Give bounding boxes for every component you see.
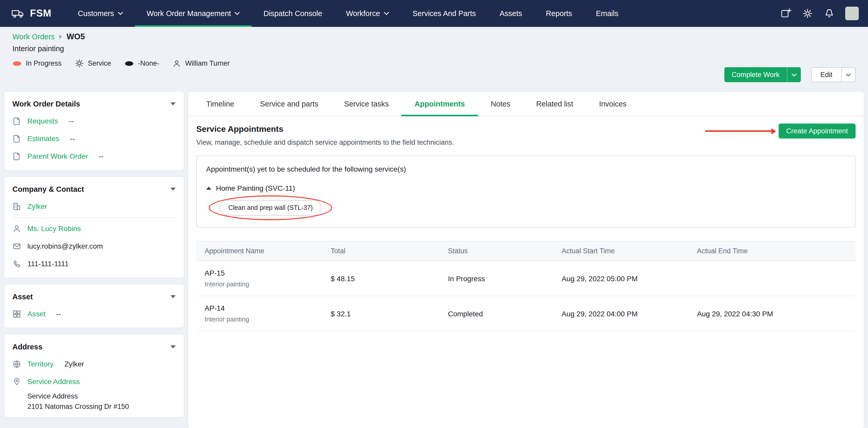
sidebar-item-territory: Territory Zylker bbox=[12, 355, 176, 373]
sidebar-item-email: lucy.robins@zylker.com bbox=[12, 237, 176, 255]
collapse-chevron-icon[interactable] bbox=[170, 295, 176, 298]
nav-item-dispatch-console[interactable]: Dispatch Console bbox=[252, 0, 334, 27]
col-status: Status bbox=[440, 241, 553, 261]
divider bbox=[12, 217, 176, 218]
tab-timeline[interactable]: Timeline bbox=[193, 91, 247, 116]
status-ellipse-icon bbox=[12, 61, 22, 66]
card-asset: Asset Asset -- bbox=[4, 284, 184, 328]
asset-link[interactable]: Asset bbox=[27, 310, 45, 318]
create-appointment-button[interactable]: Create Appointment bbox=[778, 124, 856, 139]
nav-item-customers[interactable]: Customers bbox=[66, 0, 134, 27]
edit-split-button: Edit bbox=[811, 67, 856, 82]
service-icon bbox=[75, 59, 84, 68]
parent-work-order-value: -- bbox=[99, 152, 103, 160]
bell-icon[interactable] bbox=[824, 8, 835, 19]
service-address-link[interactable]: Service Address bbox=[27, 377, 80, 386]
sidebar-item-phone: 111-111-1111 bbox=[12, 255, 176, 272]
col-actual-start-time: Actual Start Time bbox=[553, 241, 689, 261]
tab-invoices[interactable]: Invoices bbox=[586, 91, 640, 116]
app-logo[interactable]: FSM bbox=[0, 0, 66, 27]
table-row[interactable]: AP-15 Interior painting $ 48.15 In Progr… bbox=[196, 261, 856, 296]
service-address-text: Service Address 2101 Natomas Crossing Dr… bbox=[12, 390, 176, 412]
sidebar-item-service-address: Service Address bbox=[12, 373, 176, 390]
appointment-end bbox=[689, 261, 856, 296]
card-asset-header[interactable]: Asset bbox=[12, 289, 176, 305]
sidebar: Work Order Details Requests -- Estimates… bbox=[4, 91, 184, 424]
card-title: Company & Contact bbox=[12, 185, 84, 193]
card-company-contact-header[interactable]: Company & Contact bbox=[12, 182, 176, 197]
card-work-order-details: Work Order Details Requests -- Estimates… bbox=[4, 91, 184, 170]
contact-link[interactable]: Ms. Lucy Robins bbox=[27, 224, 81, 233]
estimates-link[interactable]: Estimates bbox=[27, 134, 59, 143]
nav-item-services-and-parts[interactable]: Services And Parts bbox=[401, 0, 488, 27]
map-pin-icon bbox=[12, 377, 22, 386]
pending-service-row: Home Painting (SVC-11) bbox=[206, 184, 846, 192]
chevron-down-icon bbox=[383, 12, 389, 15]
logo-text: FSM bbox=[30, 8, 52, 19]
tab-bar: Timeline Service and parts Service tasks… bbox=[188, 91, 864, 116]
nav-item-reports[interactable]: Reports bbox=[534, 0, 584, 27]
sidebar-item-company: Zylker bbox=[12, 197, 176, 215]
owner-badge: William Turner bbox=[173, 59, 230, 67]
main-area: Work Order Details Requests -- Estimates… bbox=[0, 91, 868, 428]
complete-work-dropdown-button[interactable] bbox=[786, 67, 801, 82]
collapse-chevron-icon[interactable] bbox=[170, 102, 176, 105]
card-company-contact: Company & Contact Zylker Ms. Lucy Robins… bbox=[4, 177, 184, 278]
complete-work-button[interactable]: Complete Work bbox=[724, 67, 787, 82]
company-link[interactable]: Zylker bbox=[27, 202, 47, 210]
new-event-icon[interactable] bbox=[780, 8, 792, 19]
card-work-order-details-header[interactable]: Work Order Details bbox=[12, 97, 176, 112]
tab-service-and-parts[interactable]: Service and parts bbox=[247, 91, 332, 116]
tab-related-list[interactable]: Related list bbox=[523, 91, 586, 116]
envelope-icon bbox=[12, 241, 22, 251]
territory-link[interactable]: Territory bbox=[27, 360, 54, 368]
breadcrumb-separator-icon bbox=[59, 35, 62, 39]
card-title: Work Order Details bbox=[12, 100, 80, 108]
contact-email[interactable]: lucy.robins@zylker.com bbox=[27, 242, 103, 250]
document-icon bbox=[12, 134, 22, 143]
collapse-chevron-icon[interactable] bbox=[170, 188, 176, 191]
pending-task-pill[interactable]: Clean and prep wall (STL-37) bbox=[220, 200, 322, 216]
table-row[interactable]: AP-14 Interior painting $ 32.1 Completed… bbox=[196, 296, 856, 331]
collapse-up-icon[interactable] bbox=[206, 187, 211, 190]
parent-work-order-link[interactable]: Parent Work Order bbox=[27, 152, 88, 160]
app-viewport: FSM Customers Work Order Management Disp… bbox=[0, 0, 868, 428]
complete-work-split-button: Complete Work bbox=[724, 67, 801, 82]
service-address-line-title: Service Address bbox=[27, 391, 176, 402]
grid-icon bbox=[12, 309, 22, 318]
nav-item-workforce[interactable]: Workforce bbox=[334, 0, 401, 27]
page-header: Work Orders WO5 Interior painting In Pro… bbox=[0, 27, 868, 91]
building-icon bbox=[12, 202, 22, 211]
requests-link[interactable]: Requests bbox=[27, 117, 58, 125]
user-avatar[interactable] bbox=[845, 7, 859, 20]
nav-item-emails[interactable]: Emails bbox=[584, 0, 630, 27]
appointment-status: Completed bbox=[440, 296, 553, 331]
tab-service-tasks[interactable]: Service tasks bbox=[331, 91, 401, 116]
territory-value: Zylker bbox=[64, 360, 84, 368]
appointment-end: Aug 29, 2022 04:30 PM bbox=[689, 296, 856, 331]
category-badge: Service bbox=[75, 59, 111, 68]
service-address-line-street: 2101 Natomas Crossing Dr #150 bbox=[27, 402, 176, 412]
chevron-down-icon bbox=[235, 12, 240, 15]
appointment-name[interactable]: AP-14 bbox=[205, 304, 314, 312]
nav-item-assets[interactable]: Assets bbox=[488, 0, 534, 27]
nav-item-work-order-management[interactable]: Work Order Management bbox=[134, 0, 252, 27]
appointment-subtitle: Interior painting bbox=[205, 316, 314, 323]
edit-dropdown-button[interactable] bbox=[842, 67, 856, 82]
content-card: Timeline Service and parts Service tasks… bbox=[188, 91, 864, 428]
contact-phone[interactable]: 111-111-1111 bbox=[27, 259, 69, 268]
appointment-start: Aug 29, 2022 05:00 PM bbox=[553, 261, 689, 296]
priority-badge: -None- bbox=[125, 59, 159, 67]
chevron-down-icon bbox=[118, 12, 123, 15]
edit-button[interactable]: Edit bbox=[811, 67, 842, 82]
requests-value: -- bbox=[69, 117, 74, 125]
tab-notes[interactable]: Notes bbox=[478, 91, 523, 116]
pending-appointments-panel: Appointment(s) yet to be scheduled for t… bbox=[196, 156, 856, 227]
collapse-chevron-icon[interactable] bbox=[170, 345, 176, 348]
appointment-name[interactable]: AP-15 bbox=[205, 269, 314, 277]
breadcrumb-work-orders-link[interactable]: Work Orders bbox=[12, 33, 55, 41]
card-address-header[interactable]: Address bbox=[12, 340, 176, 355]
work-order-title: Interior painting bbox=[12, 44, 856, 53]
tab-appointments[interactable]: Appointments bbox=[402, 91, 478, 116]
gear-icon[interactable] bbox=[802, 8, 813, 19]
